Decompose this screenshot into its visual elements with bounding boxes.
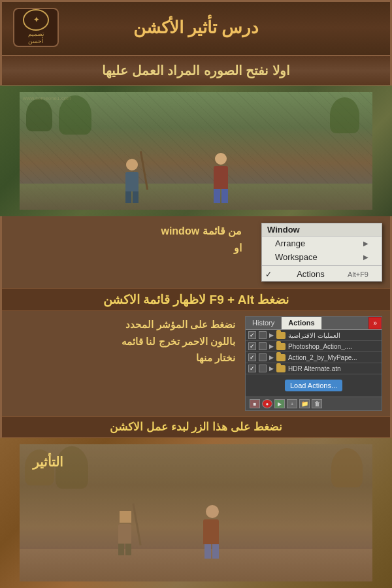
start-btn-text: نضغط على هذا الزر لبدء عمل الاكشن (110, 421, 282, 433)
bc2-head (206, 505, 219, 518)
child-leg-left (133, 191, 139, 203)
logo-text: تصميمأحسن (28, 31, 44, 46)
logo-icon: ✦ (33, 16, 39, 24)
scene-background: www.someone1.com (20, 92, 372, 210)
bottom-child-2 (203, 505, 219, 559)
child-body (125, 172, 139, 191)
top-photo: www.someone1.com (0, 86, 392, 216)
arrow-4: ▶ (269, 365, 274, 372)
menu-item-arrange-label: Arrange (275, 238, 305, 248)
panel-desc-line3: نختار منها (10, 350, 235, 367)
new-action-button[interactable]: + (287, 399, 297, 408)
panel-description: نضغط على المؤشر المحدد باللون الاحمر تخر… (10, 316, 235, 367)
bottom-child-1 (118, 511, 131, 555)
arrow-3: ▶ (269, 354, 274, 361)
logo-corner: ✦ تصميمأحسن (13, 8, 59, 47)
menu-desc-line2: او (10, 240, 242, 257)
check-5[interactable] (248, 353, 256, 361)
tab-actions[interactable]: Actions (282, 317, 321, 329)
bc2-leg-r (204, 544, 211, 559)
children-scene-top: www.someone1.com (20, 92, 372, 210)
folder-icon-1 (276, 332, 286, 339)
panel-toolbar: ■ ● ▶ + 📁 🗑 (246, 397, 382, 410)
child-leg-left-2 (221, 189, 228, 203)
record-button[interactable]: ● (262, 399, 272, 408)
subtitle-bar: اولا نفتح الصوره المراد العمل عليها (0, 56, 392, 86)
start-btn-bar: نضغط على هذا الزر لبدء عمل الاكشن (0, 416, 392, 438)
bottom-photo-area: التأثير (0, 438, 392, 588)
tree-1 (26, 99, 52, 131)
page-title: درس تأثير الأكشن (59, 18, 333, 38)
folder-icon-3 (276, 354, 286, 361)
stop-button[interactable]: ■ (250, 399, 260, 408)
panel-row-2[interactable]: ▶ Photoshop_Action_.... (246, 341, 382, 352)
load-actions-row: Load Actions... (246, 374, 382, 397)
bc1-leg-l (125, 544, 131, 555)
menu-item-workspace[interactable]: Workspace (262, 250, 382, 264)
actions-panel-wrap: History Actions » ▶ العمليات الافتراضية (245, 316, 382, 411)
bc2-legs (203, 544, 219, 559)
check-7[interactable] (248, 365, 256, 372)
panel-desc-line2: باللون الاحمر تخرج لنا قائمه (10, 333, 235, 350)
panel-menu-button[interactable]: » (368, 317, 382, 329)
menu-separator (262, 265, 382, 266)
actions-panel: History Actions » ▶ العمليات الافتراضية (245, 316, 382, 411)
bottom-photo: التأثير (0, 438, 392, 588)
btree-3 (331, 448, 363, 487)
effect-label: التأثير (33, 454, 63, 470)
panel-tabs: History Actions » (246, 317, 382, 330)
check-3[interactable] (248, 342, 256, 350)
bc1-body (118, 524, 131, 544)
menu-item-actions[interactable]: Actions Alt+F9 (262, 267, 382, 281)
child-figure-1 (125, 159, 139, 203)
tree-2 (59, 95, 91, 135)
child-legs (125, 191, 139, 203)
child-leg-right-2 (214, 189, 220, 203)
bc1-leg-r (118, 544, 124, 555)
panel-row-3[interactable]: ▶ Action_2_by_MyPape... (246, 352, 382, 363)
play-button[interactable]: ▶ (274, 399, 285, 408)
tree-3 (330, 97, 359, 133)
child-leg-right (125, 191, 131, 203)
row-text-3: Action_2_by_MyPape... (288, 354, 379, 361)
folder-icon-4 (276, 365, 286, 372)
bc2-leg-l (212, 544, 219, 559)
bc1-head (120, 511, 131, 523)
ground (20, 549, 372, 581)
menu-title: Window (262, 223, 382, 237)
header: درس تأثير الأكشن ✦ تصميمأحسن (0, 0, 392, 56)
panel-desc-line1: نضغط على المؤشر المحدد (10, 316, 235, 333)
panel-row-1[interactable]: ▶ العمليات الافتراضية (246, 330, 382, 341)
menu-item-actions-shortcut: Alt+F9 (348, 270, 368, 278)
child-head-2 (215, 153, 227, 165)
actions-panel-section: History Actions » ▶ العمليات الافتراضية (0, 311, 392, 416)
tab-history[interactable]: History (246, 317, 282, 329)
menu-item-arrange[interactable]: Arrange (262, 237, 382, 250)
row-text-1: العمليات الافتراضية (288, 332, 379, 339)
logo-circle: ✦ (23, 9, 49, 31)
menu-desc-line1: من قائمة window (10, 223, 242, 240)
delete-button[interactable]: 🗑 (312, 399, 322, 408)
child-figure-2 (214, 153, 228, 203)
load-actions-button[interactable]: Load Actions... (285, 380, 342, 391)
check-4[interactable] (259, 342, 267, 350)
panel-row-4[interactable]: ▶ HDR Alternate.atn (246, 363, 382, 374)
alt-f9-bar: نضغط F9 + Alt لاظهار قائمة الاكشن (0, 288, 392, 311)
alt-f9-text: نضغط F9 + Alt لاظهار قائمة الاكشن (103, 293, 289, 306)
bc1-legs (118, 544, 131, 555)
arrow-2: ▶ (269, 343, 274, 350)
page-wrapper: درس تأثير الأكشن ✦ تصميمأحسن اولا نفتح ا… (0, 0, 392, 588)
new-set-button[interactable]: 📁 (299, 399, 310, 408)
window-menu-area: Window Arrange Workspace Actions Alt+F9 (252, 223, 382, 282)
row-text-4: HDR Alternate.atn (288, 365, 379, 372)
menu-description: من قائمة window او (10, 223, 242, 256)
check-8[interactable] (259, 365, 267, 372)
check-6[interactable] (259, 353, 267, 361)
child-body-2 (214, 166, 228, 189)
menu-item-workspace-label: Workspace (275, 252, 318, 262)
check-2[interactable] (259, 331, 267, 339)
tab-spacer (322, 317, 369, 329)
subtitle-text: اولا نفتح الصوره المراد العمل عليها (102, 63, 290, 78)
middle-section: Window Arrange Workspace Actions Alt+F9 … (0, 216, 392, 288)
check-1[interactable] (248, 331, 256, 339)
